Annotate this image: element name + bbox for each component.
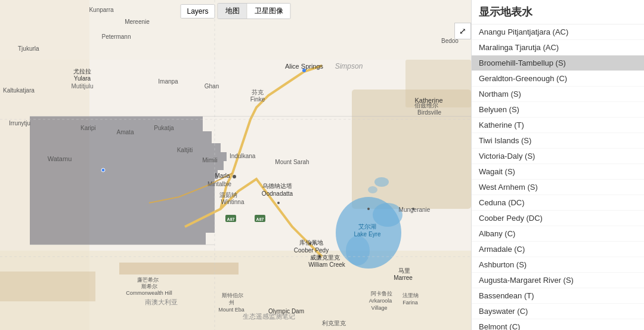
svg-text:马里: 马里 xyxy=(398,267,410,274)
list-item[interactable]: Ceduna (DC) xyxy=(472,195,644,211)
svg-point-26 xyxy=(367,208,370,210)
svg-text:Mintalbie: Mintalbie xyxy=(208,181,231,187)
svg-text:温茹纳: 温茹纳 xyxy=(219,192,237,198)
svg-text:A87: A87 xyxy=(256,217,264,221)
svg-text:Petermann: Petermann xyxy=(102,33,131,40)
right-panel: 显示地表水 Anangu Pitjantjatjara (AC)Maraling… xyxy=(471,0,644,330)
svg-text:Simpson: Simpson xyxy=(335,62,363,70)
svg-text:斯希尔: 斯希尔 xyxy=(141,283,157,289)
svg-text:Yulara: Yulara xyxy=(74,75,91,82)
map-container[interactable]: A87 A87 Alice Springs Kunparra Mereenie … xyxy=(0,0,471,330)
svg-text:Mimili: Mimili xyxy=(202,157,218,164)
svg-text:Mount Sarah: Mount Sarah xyxy=(275,159,309,165)
svg-point-10 xyxy=(373,203,402,227)
list-item[interactable]: Augusta-Margaret River (S) xyxy=(472,273,644,288)
list-item[interactable]: Belmont (C) xyxy=(472,319,644,330)
svg-text:库伯佩地: 库伯佩地 xyxy=(299,239,323,246)
svg-text:阿卡鲁拉: 阿卡鲁拉 xyxy=(371,291,392,297)
svg-text:Karipi: Karipi xyxy=(80,125,96,131)
list-item[interactable]: Geraldton-Greenough (C) xyxy=(472,71,644,87)
svg-text:Coober Pedy: Coober Pedy xyxy=(294,247,329,254)
svg-text:尤拉拉: 尤拉拉 xyxy=(73,68,91,75)
svg-text:Kaltjiti: Kaltjiti xyxy=(177,147,193,153)
svg-text:斯特伯尔: 斯特伯尔 xyxy=(222,292,243,298)
svg-text:威廉克里克: 威廉克里克 xyxy=(310,254,340,261)
svg-text:南澳大利亚: 南澳大利亚 xyxy=(145,298,178,306)
svg-point-13 xyxy=(368,186,377,193)
list-item[interactable]: Bayswater (C) xyxy=(472,304,644,319)
list-item[interactable]: Albany (C) xyxy=(472,226,644,242)
svg-text:乌德纳达塔: 乌德纳达塔 xyxy=(262,183,292,189)
layers-button[interactable]: Layers xyxy=(180,4,215,18)
svg-text:Commonwealth Hill: Commonwealth Hill xyxy=(126,290,172,296)
svg-text:利克里克: 利克里克 xyxy=(322,320,346,326)
svg-text:Ghan: Ghan xyxy=(205,83,219,90)
svg-text:William Creek: William Creek xyxy=(308,261,346,268)
svg-text:Kaltukatjara: Kaltukatjara xyxy=(3,87,35,94)
list-item[interactable]: Ashburton (S) xyxy=(472,257,644,273)
panel-title: 显示地表水 xyxy=(472,0,644,24)
svg-text:Amata: Amata xyxy=(117,129,134,135)
list-item[interactable]: Bassendean (T) xyxy=(472,288,644,304)
list-item[interactable]: Katherine (T) xyxy=(472,118,644,133)
svg-text:Village: Village xyxy=(371,305,388,311)
list-item[interactable]: Belyuen (S) xyxy=(472,102,644,118)
svg-text:Marla: Marla xyxy=(215,172,230,179)
svg-text:Alice Springs: Alice Springs xyxy=(285,63,324,70)
svg-text:A87: A87 xyxy=(227,217,235,221)
svg-marker-3 xyxy=(30,116,227,245)
svg-text:Arkaroola: Arkaroola xyxy=(369,298,392,304)
svg-point-28 xyxy=(101,168,105,172)
svg-text:Farina: Farina xyxy=(402,300,418,306)
svg-text:Birdsville: Birdsville xyxy=(417,109,441,116)
svg-text:Oodnadatta: Oodnadatta xyxy=(262,190,293,197)
svg-text:Irrunytju: Irrunytju xyxy=(9,120,30,127)
svg-rect-8 xyxy=(0,272,95,301)
map-type-map[interactable]: 地图 xyxy=(218,4,247,18)
list-item[interactable]: Broomehill-Tambellup (S) xyxy=(472,55,644,71)
svg-text:Marree: Marree xyxy=(394,275,413,281)
svg-point-23 xyxy=(277,202,280,204)
svg-text:Katherine: Katherine xyxy=(414,97,442,104)
svg-text:Mungeranie: Mungeranie xyxy=(399,206,431,213)
svg-text:Mount Eba: Mount Eba xyxy=(218,307,244,313)
svg-text:廉芒希尔: 廉芒希尔 xyxy=(137,277,159,283)
svg-text:Lake Eyre: Lake Eyre xyxy=(354,231,380,238)
list-item[interactable]: Tiwi Islands (S) xyxy=(472,133,644,149)
svg-text:Pukatja: Pukatja xyxy=(154,125,174,131)
svg-text:法里纳: 法里纳 xyxy=(402,292,419,298)
svg-point-22 xyxy=(233,175,236,178)
fullscreen-icon: ⤢ xyxy=(459,26,466,36)
panel-list[interactable]: Anangu Pitjantjatjara (AC)Maralinga Tjar… xyxy=(472,24,644,330)
svg-text:Finke: Finke xyxy=(250,96,265,103)
list-item[interactable]: Anangu Pitjantjatjara (AC) xyxy=(472,24,644,40)
svg-text:Mutitjulu: Mutitjulu xyxy=(71,83,93,90)
svg-text:州: 州 xyxy=(229,300,234,306)
svg-text:Mereenie: Mereenie xyxy=(125,18,150,25)
list-item[interactable]: Northam (S) xyxy=(472,87,644,102)
svg-point-12 xyxy=(374,177,389,187)
map-toolbar: Layers 地图 卫星图像 xyxy=(180,3,290,19)
map-type-buttons: 地图 卫星图像 xyxy=(218,3,291,19)
svg-text:Indulkana: Indulkana xyxy=(230,153,256,159)
list-item[interactable]: Victoria-Daly (S) xyxy=(472,149,644,164)
svg-text:Imanpa: Imanpa xyxy=(158,78,178,85)
list-item[interactable]: Armadale (C) xyxy=(472,242,644,257)
svg-text:Watamu: Watamu xyxy=(48,155,72,162)
svg-text:艾尔湖: 艾尔湖 xyxy=(358,223,376,230)
svg-text:Kunparra: Kunparra xyxy=(89,7,114,13)
svg-text:芬克: 芬克 xyxy=(252,89,264,95)
fullscreen-button[interactable]: ⤢ xyxy=(454,23,471,39)
watermark: 生态遥感监测笔记 xyxy=(243,312,295,321)
svg-rect-7 xyxy=(119,263,239,275)
map-type-satellite[interactable]: 卫星图像 xyxy=(247,4,290,18)
svg-text:Tjukurla: Tjukurla xyxy=(18,45,39,52)
list-item[interactable]: Coober Pedy (DC) xyxy=(472,211,644,226)
svg-text:Wintinna: Wintinna xyxy=(221,199,244,205)
svg-point-11 xyxy=(346,236,370,266)
list-item[interactable]: West Arnhem (S) xyxy=(472,180,644,195)
list-item[interactable]: Wagait (S) xyxy=(472,164,644,180)
list-item[interactable]: Maralinga Tjarutja (AC) xyxy=(472,40,644,55)
